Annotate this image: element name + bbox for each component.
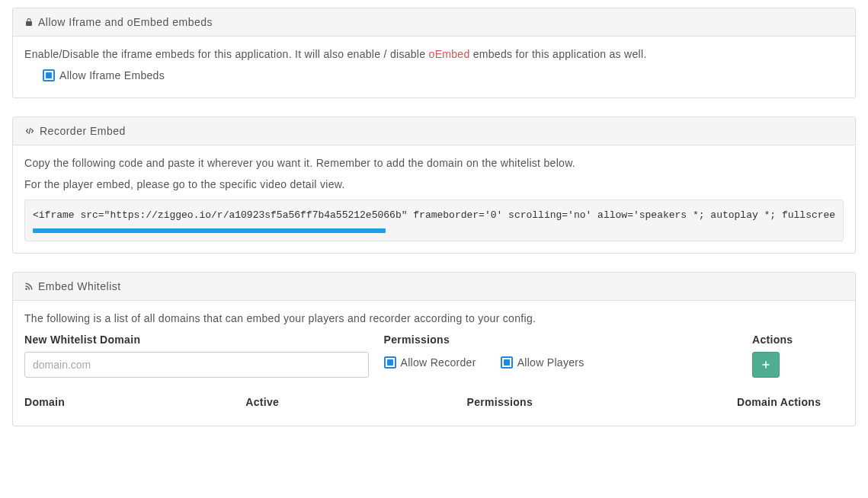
embed-whitelist-panel-heading: Embed Whitelist (13, 273, 855, 301)
permissions-checks: Allow Recorder Allow Players (384, 352, 738, 369)
permissions-label: Permissions (384, 334, 738, 346)
iframe-embeds-panel-title: Allow Iframe and oEmbed embeds (38, 16, 213, 28)
embed-code-block[interactable]: <iframe src="https://ziggeo.io/r/a10923s… (24, 200, 844, 241)
whitelist-table-header: Domain Active Permissions Domain Actions (24, 391, 844, 414)
code-selection-highlight (33, 228, 386, 233)
code-icon (24, 126, 35, 136)
allow-recorder-checkbox[interactable] (384, 356, 396, 369)
iframe-embeds-panel-body: Enable/Disable the iframe embeds for thi… (13, 37, 855, 97)
iframe-embeds-description: Enable/Disable the iframe embeds for thi… (24, 48, 844, 60)
embed-code-text[interactable]: <iframe src="https://ziggeo.io/r/a10923s… (33, 209, 835, 221)
oembed-link[interactable]: oEmbed (429, 48, 470, 60)
rss-icon (24, 282, 34, 291)
recorder-embed-panel-heading: Recorder Embed (13, 117, 855, 145)
iframe-embeds-panel-heading: Allow Iframe and oEmbed embeds (13, 8, 855, 37)
th-domain: Domain (24, 396, 245, 408)
whitelist-form-row: New Whitelist Domain Permissions Allow R… (24, 334, 844, 378)
add-domain-button[interactable] (752, 352, 780, 378)
allow-players-checkbox[interactable] (501, 356, 513, 369)
plus-icon (761, 360, 770, 369)
recorder-embed-line1: Copy the following code and paste it whe… (24, 157, 844, 169)
allow-players-item: Allow Players (501, 356, 585, 369)
whitelist-actions-column: Actions (752, 334, 844, 378)
recorder-embed-line2: For the player embed, please go to the s… (24, 178, 844, 190)
recorder-embed-panel-title: Recorder Embed (40, 125, 126, 137)
embed-whitelist-panel-title: Embed Whitelist (38, 280, 121, 292)
lock-icon (24, 18, 34, 27)
svg-line-0 (29, 129, 30, 134)
new-whitelist-domain-input[interactable] (24, 352, 369, 378)
th-permissions: Permissions (467, 396, 738, 408)
th-domain-actions: Domain Actions (737, 396, 844, 408)
allow-iframe-checkbox-row: Allow Iframe Embeds (24, 69, 844, 81)
th-active: Active (245, 396, 466, 408)
recorder-embed-panel-body: Copy the following code and paste it whe… (13, 145, 855, 253)
allow-recorder-label[interactable]: Allow Recorder (401, 356, 476, 369)
embed-whitelist-panel-body: The following is a list of all domains t… (13, 301, 855, 426)
recorder-embed-panel: Recorder Embed Copy the following code a… (12, 117, 856, 254)
desc-suffix: embeds for this application as well. (470, 48, 647, 60)
allow-iframe-checkbox-label[interactable]: Allow Iframe Embeds (59, 69, 165, 81)
actions-label: Actions (752, 334, 844, 346)
desc-prefix: Enable/Disable the iframe embeds for thi… (24, 48, 429, 60)
embed-whitelist-panel: Embed Whitelist The following is a list … (12, 272, 856, 426)
embed-whitelist-description: The following is a list of all domains t… (24, 312, 844, 324)
svg-point-1 (25, 288, 27, 290)
new-whitelist-domain-label: New Whitelist Domain (24, 334, 369, 346)
iframe-embeds-panel: Allow Iframe and oEmbed embeds Enable/Di… (12, 8, 856, 98)
allow-recorder-item: Allow Recorder (384, 356, 476, 369)
whitelist-domain-column: New Whitelist Domain (24, 334, 369, 378)
allow-iframe-checkbox[interactable] (43, 69, 55, 81)
whitelist-permissions-column: Permissions Allow Recorder Allow Players (384, 334, 738, 369)
allow-players-label[interactable]: Allow Players (517, 356, 585, 369)
